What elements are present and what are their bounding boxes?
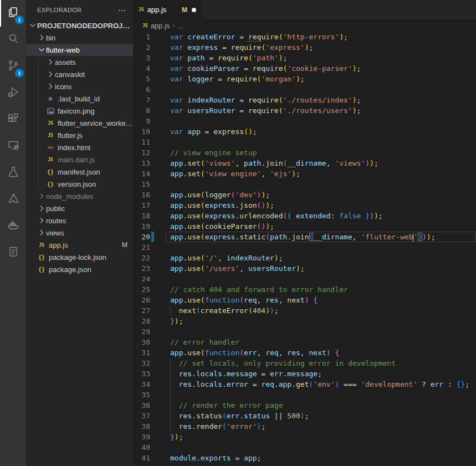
code-line[interactable]: 22app.use('/', indexRouter);	[133, 253, 476, 263]
code-line[interactable]: 31app.use(function(err, req, res, next) …	[133, 347, 476, 358]
activity-item-remote-explorer[interactable]	[0, 133, 26, 160]
code-token: express	[205, 201, 236, 209]
code-line-content	[166, 326, 476, 337]
tree-item-flutter-service-worker.js[interactable]: JSflutter_service_worker.js	[26, 117, 133, 129]
tree-root-projetonodedoprojetoqu...[interactable]: PROJETONODEDOPROJETOQU...	[26, 19, 133, 32]
tree-item-assets[interactable]: assets	[26, 56, 133, 68]
code-line[interactable]: 27 next(createError(404));	[133, 305, 476, 316]
code-token: 'path'	[253, 54, 279, 62]
code-line-content	[166, 242, 476, 253]
code-token: 'views'	[205, 159, 236, 167]
code-token: ;	[257, 454, 262, 462]
tree-item-package.json[interactable]: {}package.json	[26, 263, 133, 275]
tree-item-.last-build-id[interactable]: ≡.last_build_id	[26, 93, 133, 105]
activity-item-notes[interactable]	[0, 239, 26, 266]
tree-item-node-modules[interactable]: node_modules	[26, 190, 133, 202]
code-token: .	[192, 422, 196, 431]
code-line[interactable]: 19app.use(cookieParser());	[133, 221, 476, 232]
tree-item-canvaskit[interactable]: canvaskit	[26, 68, 133, 80]
code-line[interactable]: 36 // render the error page	[133, 400, 476, 411]
code-line[interactable]: 13app.set('views', path.join(__dirname, …	[133, 158, 476, 168]
activity-item-docker[interactable]	[0, 213, 26, 239]
code-line[interactable]: 1var createError = require('http-errors'…	[133, 32, 476, 42]
code-token: )	[248, 127, 253, 136]
gutter	[150, 147, 166, 158]
code-line[interactable]: 17app.use(express.json());	[133, 200, 476, 211]
dirty-indicator-icon[interactable]	[192, 8, 196, 12]
code-line[interactable]: 23app.use('/users', usersRouter);	[133, 263, 476, 274]
tree-item-manifest.json[interactable]: {}manifest.json	[26, 166, 133, 178]
code-line[interactable]: 4var cookieParser = require('cookie-pars…	[133, 63, 476, 74]
code-editor[interactable]: 1var createError = require('http-errors'…	[133, 32, 476, 466]
code-line[interactable]: 29	[133, 326, 476, 337]
tree-item-routes[interactable]: routes	[26, 214, 133, 227]
code-token: err	[431, 380, 443, 388]
code-line[interactable]: 26app.use(function(req, res, next) {	[133, 295, 476, 305]
code-line[interactable]: 16app.use(logger('dev'));	[133, 190, 476, 200]
code-line[interactable]: 11	[133, 137, 476, 147]
code-token: )	[300, 412, 305, 420]
code-token: app	[170, 159, 183, 167]
code-line[interactable]: 34 res.locals.error = req.app.get('env')…	[133, 379, 476, 390]
code-line[interactable]: 35	[133, 390, 476, 400]
breadcrumb-ellipsis[interactable]: ...	[177, 22, 183, 30]
tree-item-package-lock.json[interactable]: {}package-lock.json	[26, 251, 133, 263]
line-number: 34	[133, 379, 150, 390]
code-line[interactable]: 9	[133, 116, 476, 126]
code-line[interactable]: 6	[133, 84, 476, 95]
tree-item-public[interactable]: public	[26, 202, 133, 214]
tree-item-bin[interactable]: bin	[26, 32, 133, 44]
tree-item-flutter.js[interactable]: JSflutter.js	[26, 129, 133, 141]
code-line[interactable]: 20app.use(express.static(path.join(__dir…	[133, 232, 476, 242]
tree-item-label: manifest.json	[58, 168, 133, 176]
code-line[interactable]: 40	[133, 442, 476, 453]
code-line[interactable]: 14app.set('view engine', 'ejs');	[133, 168, 476, 179]
tree-item-icons[interactable]: icons	[26, 80, 133, 93]
gutter	[150, 42, 166, 53]
activity-item-search[interactable]	[0, 27, 26, 53]
code-token: )	[339, 33, 344, 41]
code-token: ,	[261, 170, 270, 178]
tree-item-app.js[interactable]: JSapp.jsM	[26, 239, 133, 251]
code-line[interactable]: 8var usersRouter = require('./routes/use…	[133, 105, 476, 116]
code-line[interactable]: 24	[133, 274, 476, 284]
code-token: static	[239, 233, 265, 241]
activity-item-run-debug[interactable]	[0, 80, 26, 106]
activity-item-testing[interactable]	[0, 160, 26, 186]
line-number: 33	[133, 368, 150, 379]
code-line[interactable]: 30// error handler	[133, 337, 476, 347]
code-line[interactable]: 25// catch 404 and forward to error hand…	[133, 284, 476, 295]
code-line[interactable]: 5var logger = require('morgan');	[133, 74, 476, 84]
code-line[interactable]: 21	[133, 242, 476, 253]
activity-item-explorer[interactable]: 1	[0, 0, 26, 27]
tree-item-main.dart.js[interactable]: JSmain.dart.js	[26, 153, 133, 166]
code-line[interactable]: 12// view engine setup	[133, 147, 476, 158]
tree-item-version.json[interactable]: {}version.json	[26, 178, 133, 190]
code-line[interactable]: 28});	[133, 316, 476, 326]
code-line[interactable]: 2var express = require('express');	[133, 42, 476, 53]
code-line[interactable]: 10var app = express();	[133, 126, 476, 137]
code-line[interactable]: 41module.exports = app;	[133, 453, 476, 463]
explorer-more-actions-icon[interactable]: ⋯	[118, 6, 126, 14]
activity-item-azure[interactable]	[0, 186, 26, 213]
tree-item-flutter-web[interactable]: flutter-web	[26, 44, 133, 56]
code-token: extended	[296, 212, 331, 220]
tree-item-favicon.png[interactable]: favicon.png	[26, 105, 133, 117]
code-line[interactable]: 18app.use(express.urlencoded({ extended:…	[133, 211, 476, 221]
code-line[interactable]: 38 res.render('error');	[133, 421, 476, 432]
tree-item-index.html[interactable]: <>index.html	[26, 141, 133, 153]
code-line[interactable]: 3var path = require('path');	[133, 53, 476, 63]
code-line[interactable]: 15	[133, 179, 476, 190]
activity-item-extensions[interactable]	[0, 106, 26, 133]
breadcrumb-file[interactable]: app.js	[151, 22, 170, 30]
activity-item-source-control[interactable]: 1	[0, 53, 26, 80]
badge: 1	[15, 16, 24, 24]
code-line[interactable]: 7var indexRouter = require('./routes/ind…	[133, 95, 476, 105]
code-line[interactable]: 32 // set locals, only providing error i…	[133, 358, 476, 368]
code-line[interactable]: 37 res.status(err.status || 500);	[133, 411, 476, 421]
tab-app-js[interactable]: JS app.js M	[133, 0, 202, 19]
js-file-icon: JS	[46, 155, 55, 164]
code-line[interactable]: 33 res.locals.message = err.message;	[133, 368, 476, 379]
code-line[interactable]: 39});	[133, 432, 476, 442]
tree-item-views[interactable]: views	[26, 227, 133, 239]
